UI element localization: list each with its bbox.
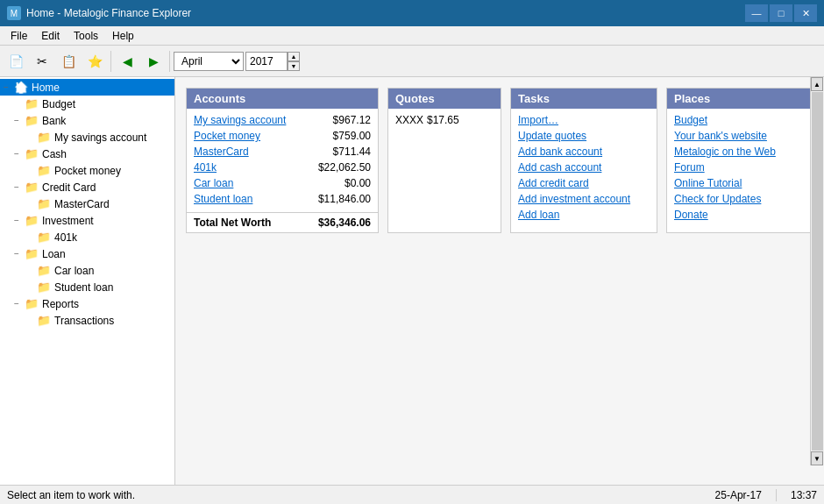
account-link-mastercard[interactable]: MasterCard bbox=[194, 146, 249, 158]
task-link-add-loan[interactable]: Add loan bbox=[518, 209, 559, 221]
sidebar-item-cash[interactable]: − 📁 Cash bbox=[0, 146, 174, 162]
place-link-bank-website[interactable]: Your bank's website bbox=[674, 130, 767, 142]
sidebar-item-401k[interactable]: 📁 401k bbox=[0, 229, 174, 245]
sidebar-item-bank[interactable]: − 📁 Bank bbox=[0, 112, 174, 129]
sidebar-label-pocket-money: Pocket money bbox=[54, 165, 121, 177]
new-button[interactable]: 📄 bbox=[4, 49, 28, 74]
toggle-investment: − bbox=[14, 216, 25, 225]
menu-help[interactable]: Help bbox=[105, 28, 141, 44]
sidebar-item-credit-card[interactable]: − 📁 Credit Card bbox=[0, 179, 174, 195]
minimize-button[interactable]: — bbox=[745, 4, 768, 22]
scrollbar: ▲ ▼ bbox=[810, 77, 824, 465]
folder-icon-car-loan: 📁 bbox=[37, 264, 51, 277]
sidebar-item-loan[interactable]: − 📁 Loan bbox=[0, 245, 174, 262]
account-row-401k: 401k $22,062.50 bbox=[187, 160, 378, 175]
toggle-loan: − bbox=[14, 249, 25, 259]
sidebar-item-student-loan[interactable]: 📁 Student loan bbox=[0, 279, 174, 295]
account-row-savings: My savings account $967.12 bbox=[187, 112, 378, 128]
title-bar: M Home - Metalogic Finance Explorer — □ … bbox=[0, 0, 824, 26]
menu-edit[interactable]: Edit bbox=[34, 28, 67, 44]
task-import: Import… bbox=[511, 112, 657, 128]
sidebar-item-transactions[interactable]: 📁 Transactions bbox=[0, 312, 174, 329]
folder-icon-budget: 📁 bbox=[25, 97, 39, 110]
cards-grid: Accounts My savings account $967.12 Pock… bbox=[186, 88, 813, 233]
place-link-check-updates[interactable]: Check for Updates bbox=[674, 193, 761, 205]
back-button[interactable]: ◀ bbox=[115, 49, 139, 74]
accounts-total: Total Net Worth $36,346.06 bbox=[187, 212, 378, 232]
scroll-down-button[interactable]: ▼ bbox=[811, 451, 823, 465]
main-content: − 🏠 Home 📁 Budget − 📁 Bank 📁 My savings … bbox=[0, 77, 824, 485]
task-link-import[interactable]: Import… bbox=[518, 114, 558, 126]
place-link-budget[interactable]: Budget bbox=[674, 114, 707, 126]
year-down-button[interactable]: ▼ bbox=[288, 61, 300, 71]
year-up-button[interactable]: ▲ bbox=[288, 52, 300, 61]
place-link-tutorial[interactable]: Online Tutorial bbox=[674, 177, 742, 189]
accounts-card: Accounts My savings account $967.12 Pock… bbox=[186, 88, 379, 233]
menu-tools[interactable]: Tools bbox=[67, 28, 105, 44]
folder-icon-reports: 📁 bbox=[25, 297, 39, 310]
account-amount-mastercard: $711.44 bbox=[333, 146, 371, 158]
task-link-update-quotes[interactable]: Update quotes bbox=[518, 130, 586, 142]
sidebar-item-pocket-money[interactable]: 📁 Pocket money bbox=[0, 162, 174, 179]
year-input[interactable] bbox=[245, 52, 288, 71]
maximize-button[interactable]: □ bbox=[770, 4, 792, 22]
favorites-button[interactable]: ⭐ bbox=[82, 49, 107, 74]
account-link-car-loan[interactable]: Car loan bbox=[194, 177, 233, 189]
account-link-savings[interactable]: My savings account bbox=[194, 114, 286, 126]
place-budget: Budget bbox=[667, 112, 813, 128]
place-link-metalogic-web[interactable]: Metalogic on the Web bbox=[674, 146, 776, 158]
quotes-card: Quotes XXXX $17.65 bbox=[387, 88, 501, 233]
year-spin-arrows: ▲ ▼ bbox=[288, 52, 300, 71]
sidebar-label-cash: Cash bbox=[42, 148, 67, 160]
place-link-forum[interactable]: Forum bbox=[674, 161, 705, 174]
toolbar-separator2 bbox=[169, 51, 170, 72]
task-link-add-cash[interactable]: Add cash account bbox=[518, 161, 601, 174]
places-card: Places Budget Your bank's website Metalo… bbox=[666, 88, 813, 233]
copy-button[interactable]: 📋 bbox=[56, 49, 81, 74]
close-button[interactable]: ✕ bbox=[794, 4, 817, 22]
sidebar-item-investment[interactable]: − 📁 Investment bbox=[0, 212, 174, 229]
account-amount-pocket: $759.00 bbox=[333, 130, 371, 142]
quote-price: $17.65 bbox=[427, 114, 459, 126]
window-title: Home - Metalogic Finance Explorer bbox=[26, 7, 191, 19]
sidebar-item-reports[interactable]: − 📁 Reports bbox=[0, 295, 174, 312]
folder-icon-investment: 📁 bbox=[25, 214, 39, 227]
total-label: Total Net Worth bbox=[194, 217, 271, 229]
sidebar-item-my-savings[interactable]: 📁 My savings account bbox=[0, 129, 174, 146]
forward-button[interactable]: ▶ bbox=[141, 49, 166, 74]
status-time: 13:37 bbox=[791, 489, 817, 501]
task-link-add-bank[interactable]: Add bank account bbox=[518, 146, 602, 158]
task-add-cash: Add cash account bbox=[511, 160, 657, 175]
task-link-add-credit[interactable]: Add credit card bbox=[518, 177, 589, 189]
account-link-401k[interactable]: 401k bbox=[194, 161, 217, 174]
place-link-donate[interactable]: Donate bbox=[674, 209, 708, 221]
account-link-pocket[interactable]: Pocket money bbox=[194, 130, 260, 142]
place-tutorial: Online Tutorial bbox=[667, 175, 813, 191]
folder-icon-mastercard: 📁 bbox=[37, 197, 51, 210]
toggle-bank: − bbox=[14, 116, 25, 125]
sidebar-label-budget: Budget bbox=[42, 98, 75, 110]
sidebar-label-my-savings: My savings account bbox=[54, 131, 146, 144]
sidebar-item-mastercard[interactable]: 📁 MasterCard bbox=[0, 195, 174, 212]
scroll-up-button[interactable]: ▲ bbox=[811, 77, 823, 91]
account-link-student-loan[interactable]: Student loan bbox=[194, 193, 252, 205]
folder-icon-loan: 📁 bbox=[25, 247, 39, 260]
sidebar-item-budget[interactable]: 📁 Budget bbox=[0, 96, 174, 112]
sidebar-label-home: Home bbox=[32, 82, 60, 94]
account-amount-car-loan: $0.00 bbox=[345, 177, 371, 189]
folder-icon-transactions: 📁 bbox=[37, 314, 51, 327]
task-link-add-investment[interactable]: Add investment account bbox=[518, 193, 630, 205]
tasks-card-body: Import… Update quotes Add bank account A… bbox=[511, 109, 657, 226]
places-card-body: Budget Your bank's website Metalogic on … bbox=[667, 109, 813, 226]
sidebar-item-home[interactable]: − 🏠 Home bbox=[0, 79, 174, 96]
account-amount-401k: $22,062.50 bbox=[318, 161, 371, 174]
tasks-card-header: Tasks bbox=[511, 89, 657, 109]
status-divider bbox=[776, 489, 777, 501]
menu-file[interactable]: File bbox=[4, 28, 34, 44]
sidebar-item-car-loan[interactable]: 📁 Car loan bbox=[0, 262, 174, 279]
cut-button[interactable]: ✂ bbox=[30, 49, 54, 74]
quote-ticker: XXXX bbox=[395, 114, 423, 126]
account-row-pocket: Pocket money $759.00 bbox=[187, 128, 378, 144]
folder-icon-student-loan: 📁 bbox=[37, 280, 51, 294]
month-selector[interactable]: January February March April May June Ju… bbox=[174, 52, 244, 71]
